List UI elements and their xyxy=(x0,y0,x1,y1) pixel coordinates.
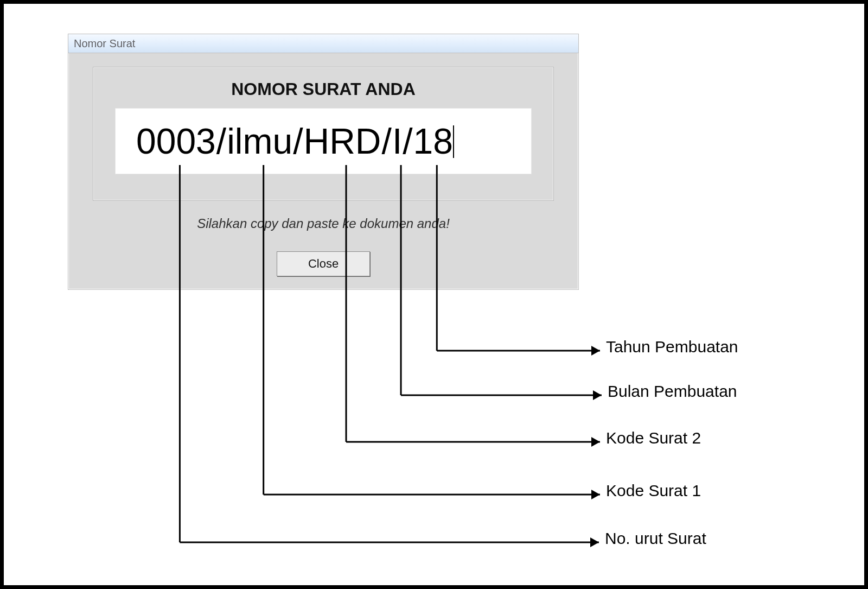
dialog-window: Nomor Surat NOMOR SURAT ANDA 0003/ilmu/H… xyxy=(68,34,579,290)
part-code2: HRD xyxy=(304,121,381,161)
part-seq: 0003 xyxy=(136,121,216,161)
heading: NOMOR SURAT ANDA xyxy=(93,79,553,99)
window-titlebar: Nomor Surat xyxy=(68,34,578,53)
letter-number-value: 0003/ilmu/HRD/I/18 xyxy=(116,121,454,162)
group-box: NOMOR SURAT ANDA 0003/ilmu/HRD/I/18 xyxy=(93,67,554,201)
window-title: Nomor Surat xyxy=(74,37,135,50)
close-button[interactable]: Close xyxy=(277,251,370,276)
label-month: Bulan Pembuatan xyxy=(608,382,737,401)
close-button-label: Close xyxy=(308,257,339,271)
letter-number-field[interactable]: 0003/ilmu/HRD/I/18 xyxy=(115,108,532,174)
label-seq: No. urut Surat xyxy=(605,529,706,548)
part-year: 18 xyxy=(413,121,453,161)
label-code1: Kode Surat 1 xyxy=(606,482,701,500)
diagram-frame: Nomor Surat NOMOR SURAT ANDA 0003/ilmu/H… xyxy=(0,0,868,589)
part-month: I xyxy=(392,121,402,161)
part-code1: ilmu xyxy=(227,121,292,161)
text-cursor xyxy=(453,125,454,158)
label-code2: Kode Surat 2 xyxy=(606,429,701,447)
label-year: Tahun Pembuatan xyxy=(606,338,738,356)
hint-text: Silahkan copy dan paste ke dokumen anda! xyxy=(68,216,578,231)
